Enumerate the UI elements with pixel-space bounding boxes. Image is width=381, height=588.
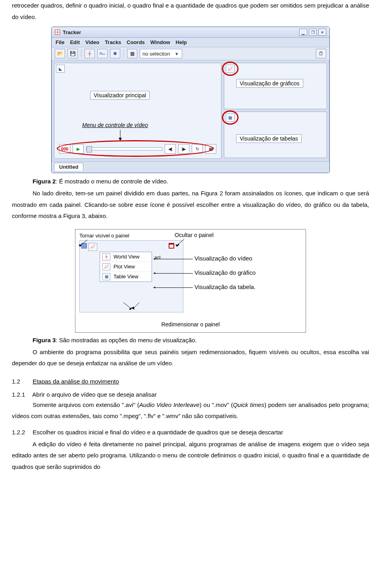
chevron-down-icon: ▾: [174, 51, 179, 57]
section-1-2-2-heading: 1.2.2 Escolher os quadros inicial e fina…: [12, 428, 369, 437]
subsection-title: Escolher os quadros inicial e final do v…: [33, 428, 368, 437]
intro-paragraph: retroceder quadros, definir o quadro ini…: [12, 0, 369, 23]
menu-item-plot-view[interactable]: 📈 Plot View: [100, 262, 152, 272]
main-view-label: Visualizador principal: [90, 91, 150, 100]
subsection-title: Abrir o arquivo de vídeo que se deseja a…: [32, 391, 157, 398]
graph-panel-label: Visualização de gráficos: [236, 79, 303, 88]
svg-marker-8: [79, 245, 82, 247]
text: Somente arquivos com extensão ".avi" (: [33, 401, 139, 408]
open-icon[interactable]: 📂: [55, 49, 65, 58]
figure-2: Tracker ▁ ❐ ✕ File Edit Video Tracks Coo…: [12, 27, 369, 173]
app-icon: [55, 29, 60, 35]
panel-mode-icon[interactable]: 📈: [89, 243, 97, 251]
svg-marker-4: [129, 307, 132, 310]
arrow-icon: [78, 239, 90, 247]
menu-tracks[interactable]: Tracks: [105, 39, 121, 45]
svg-line-9: [177, 239, 184, 245]
view-mode-icon[interactable]: ◣: [56, 65, 65, 73]
menu-video[interactable]: Video: [85, 39, 99, 45]
table-panel-label: Visualização de tabelas: [236, 134, 302, 143]
figure-3-label: Figura 3: [33, 337, 56, 343]
plot-icon: 📈: [102, 263, 110, 270]
menu-coords[interactable]: Coords: [127, 39, 145, 45]
menu-file[interactable]: File: [56, 39, 64, 45]
track-combo-value: no selection: [142, 51, 170, 57]
paragraph-after-fig2: No lado direito, tem-se um painel dividi…: [12, 188, 369, 222]
menu-window[interactable]: Window: [150, 39, 170, 45]
tab-untitled[interactable]: Untitled: [54, 163, 83, 171]
save-icon[interactable]: 💾: [67, 49, 78, 58]
highlight-circle: [222, 62, 239, 76]
subsection-number: 1.2.2: [12, 428, 31, 437]
separator: [123, 50, 124, 58]
figure-2-caption: Figura 2: É mostrado o menu de controle …: [12, 178, 369, 185]
section-number: 1.2: [12, 378, 31, 385]
toolbar: 📂 💾 ┼ R₁₀ ✱ ▦ no selection ▾ 🗒: [52, 47, 329, 60]
separator: [81, 50, 81, 58]
arrow-icon: [153, 273, 193, 274]
axes-icon[interactable]: ┼: [85, 49, 95, 58]
section-title: Etapas da análise do movimento: [33, 378, 119, 385]
zoom-icon[interactable]: ▦: [127, 49, 137, 58]
highlight-circle: [222, 110, 239, 125]
menu-item-table-view[interactable]: ▦ Table View: [100, 272, 152, 281]
minimize-icon[interactable]: ▁: [299, 29, 307, 36]
acl-label: acl: [154, 255, 160, 260]
graph-panel: 📈 Visualização de gráficos: [224, 63, 327, 109]
arrow-icon: [153, 259, 193, 259]
paragraph-after-fig3: O ambiente do programa possibilita que s…: [12, 347, 369, 369]
section-1-2-1-heading: 1.2.1 Abrir o arquivo de vídeo que se de…: [12, 391, 369, 398]
hide-panel-annotation: Ocultar o painel: [175, 232, 214, 238]
menu-edit[interactable]: Edit: [70, 39, 80, 45]
right-column: 📈 Visualização de gráficos ▦ Visualizaçã…: [224, 63, 327, 158]
notes-icon[interactable]: 🗒: [316, 49, 326, 58]
menu-item-label: World View: [114, 254, 139, 260]
video-controls-annotation: Menu de controle de vídeo: [82, 122, 148, 128]
figure-3-caption: Figura 3: São mostradas as opções do men…: [12, 337, 369, 343]
r10-icon[interactable]: R₁₀: [97, 49, 108, 58]
table-panel: ▦ Visualização de tabelas: [224, 112, 327, 158]
menu-item-world-view[interactable]: ┼ World View: [100, 252, 152, 262]
text-italic: Quick times: [233, 401, 264, 408]
track-combo[interactable]: no selection ▾: [140, 49, 182, 58]
section-1-2-2-body: A edição do vídeo é feita diretamente no…: [12, 439, 369, 473]
maximize-panel-icon[interactable]: [169, 243, 174, 249]
video-view-annotation: Visualização do vídeo: [194, 255, 252, 262]
figure-2-caption-text: : É mostrado o menu de controle de vídeo…: [56, 178, 168, 185]
graph-view-annotation: Visualização do gráfico: [194, 269, 256, 276]
section-1-2-1-body: Somente arquivos com extensão ".avi" (Au…: [12, 399, 369, 422]
figure-3-caption-text: : São mostradas as opções do menu de vis…: [56, 337, 196, 343]
tabbar: Untitled: [52, 161, 329, 173]
tracker-window: Tracker ▁ ❐ ✕ File Edit Video Tracks Coo…: [51, 27, 330, 173]
arrow-icon: [175, 238, 187, 247]
figure-3: Tornar visível o painel 📈 ┼ World View 📈…: [12, 229, 369, 333]
text: ) ou ".mov" (: [200, 401, 233, 408]
highlight-oval: [57, 140, 214, 157]
subsection-number: 1.2.1: [12, 391, 31, 398]
menu-item-label: Table View: [114, 274, 139, 280]
panel-area: ◣ Visualizador principal Menu de control…: [52, 60, 329, 161]
resize-annotation: Redimensionar o painel: [75, 321, 306, 328]
table-view-annotation: Visualização da tabela.: [194, 283, 256, 290]
svg-line-7: [80, 240, 87, 245]
menu-help[interactable]: Help: [176, 39, 187, 45]
axes-icon: ┼: [102, 253, 110, 260]
menu-item-label: Plot View: [114, 264, 135, 270]
maximize-icon[interactable]: ❐: [309, 29, 317, 36]
arrow-down-icon: [118, 130, 123, 141]
figure-2-label: Figura 2: [33, 178, 56, 185]
text-italic: Audio Video Interleave: [139, 401, 200, 408]
app-title: Tracker: [63, 29, 81, 35]
table-icon: ▦: [102, 273, 110, 280]
section-1-2-heading: 1.2 Etapas da análise do movimento: [12, 378, 369, 385]
close-icon[interactable]: ✕: [318, 29, 326, 36]
menubar: File Edit Video Tracks Coords Window Hel…: [52, 38, 329, 47]
make-visible-annotation: Tornar visível o painel: [79, 233, 129, 239]
resize-arrows-icon: [119, 303, 143, 310]
new-track-icon[interactable]: ✱: [110, 49, 120, 58]
svg-marker-6: [131, 307, 135, 310]
svg-marker-10: [175, 245, 179, 247]
titlebar: Tracker ▁ ❐ ✕: [52, 27, 329, 38]
main-view-panel: ◣ Visualizador principal Menu de control…: [54, 63, 221, 159]
svg-line-3: [123, 303, 131, 308]
